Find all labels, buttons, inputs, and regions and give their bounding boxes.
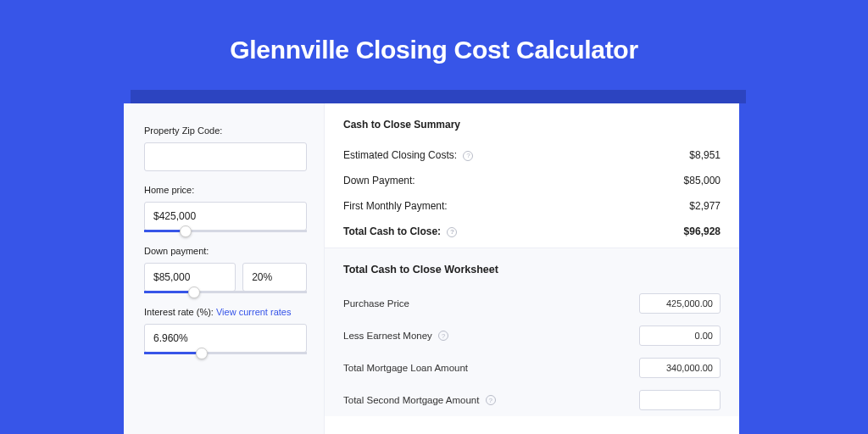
worksheet-value-input[interactable] <box>639 358 721 378</box>
page-title: Glennville Closing Cost Calculator <box>0 0 868 64</box>
interest-rate-label: Interest rate (%): View current rates <box>144 307 307 317</box>
home-price-field: Home price: <box>144 185 307 232</box>
home-price-label: Home price: <box>144 185 307 195</box>
zip-label: Property Zip Code: <box>144 125 307 136</box>
slider-thumb-icon[interactable] <box>188 287 200 298</box>
summary-label: Estimated Closing Costs: <box>343 149 457 161</box>
down-payment-field: Down payment: <box>144 246 307 293</box>
worksheet-label: Total Second Mortgage Amount <box>343 395 479 405</box>
summary-title: Cash to Close Summary <box>343 119 721 131</box>
summary-row-closing-costs: Estimated Closing Costs: ? $8,951 <box>343 142 721 168</box>
view-rates-link[interactable]: View current rates <box>216 307 291 317</box>
interest-rate-label-text: Interest rate (%): <box>144 307 216 317</box>
worksheet-value-input[interactable] <box>639 326 721 346</box>
help-icon[interactable]: ? <box>447 227 457 237</box>
card-shadow <box>131 90 746 103</box>
interest-rate-field: Interest rate (%): View current rates <box>144 307 307 354</box>
worksheet-label: Total Mortgage Loan Amount <box>343 363 468 373</box>
summary-row-down-payment: Down Payment: $85,000 <box>343 168 721 193</box>
worksheet-label: Less Earnest Money <box>343 331 432 341</box>
home-price-input[interactable] <box>144 202 307 231</box>
interest-rate-slider[interactable] <box>144 352 307 354</box>
summary-total-value: $96,928 <box>684 225 721 237</box>
worksheet-row-earnest-money: Less Earnest Money ? <box>343 320 721 352</box>
worksheet-row-second-mortgage: Total Second Mortgage Amount ? <box>343 384 721 416</box>
summary-label: Down Payment: <box>343 175 415 186</box>
summary-value: $2,977 <box>689 200 721 212</box>
results-panel: Cash to Close Summary Estimated Closing … <box>324 103 739 434</box>
inputs-sidebar: Property Zip Code: Home price: Down paym… <box>124 103 324 434</box>
summary-total-label: Total Cash to Close: <box>343 225 441 237</box>
worksheet-value-input[interactable] <box>639 390 721 410</box>
calculator-card: Property Zip Code: Home price: Down paym… <box>124 103 739 434</box>
down-payment-label: Down payment: <box>144 246 307 256</box>
summary-label: First Monthly Payment: <box>343 200 448 212</box>
worksheet-label: Purchase Price <box>343 298 409 309</box>
summary-section: Cash to Close Summary Estimated Closing … <box>325 103 739 248</box>
worksheet-row-loan-amount: Total Mortgage Loan Amount <box>343 352 721 384</box>
zip-input[interactable] <box>144 142 307 171</box>
down-payment-pct-input[interactable] <box>242 263 307 292</box>
worksheet-value-input[interactable] <box>639 293 721 314</box>
slider-thumb-icon[interactable] <box>196 348 208 359</box>
home-price-slider[interactable] <box>144 230 307 232</box>
interest-rate-input[interactable] <box>144 324 307 353</box>
help-icon[interactable]: ? <box>463 151 473 161</box>
zip-field: Property Zip Code: <box>144 125 307 171</box>
help-icon[interactable]: ? <box>438 331 448 341</box>
worksheet-title: Total Cash to Close Worksheet <box>343 264 721 275</box>
down-payment-slider[interactable] <box>144 291 307 293</box>
slider-thumb-icon[interactable] <box>180 225 192 237</box>
worksheet-section: Total Cash to Close Worksheet Purchase P… <box>325 248 739 416</box>
worksheet-row-purchase-price: Purchase Price <box>343 287 721 320</box>
summary-row-first-payment: First Monthly Payment: $2,977 <box>343 193 721 219</box>
help-icon[interactable]: ? <box>486 395 496 405</box>
summary-value: $8,951 <box>689 149 721 161</box>
summary-value: $85,000 <box>684 175 721 186</box>
summary-row-total: Total Cash to Close: ? $96,928 <box>343 219 721 244</box>
